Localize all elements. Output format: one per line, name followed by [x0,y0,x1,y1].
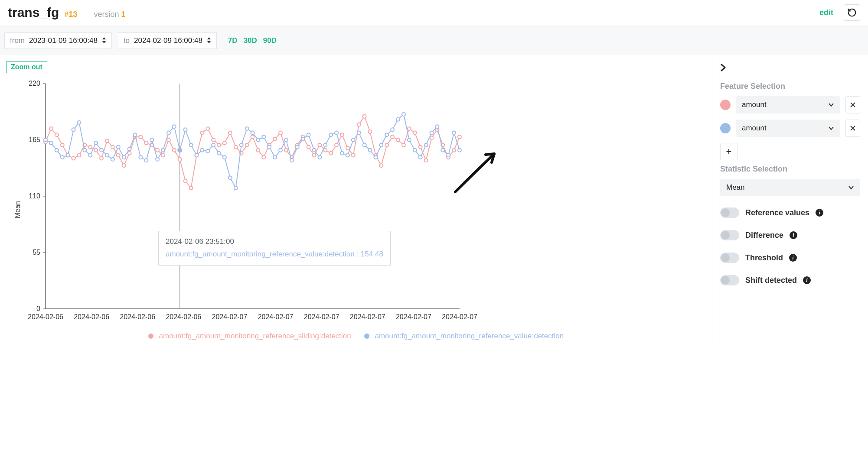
add-feature-button[interactable]: + [720,143,737,160]
svg-point-114 [133,133,137,136]
close-icon [850,102,856,108]
svg-point-84 [385,143,388,147]
svg-point-109 [105,153,109,157]
svg-point-81 [369,130,372,133]
svg-point-85 [391,135,394,139]
toggle-row: Shift detected i [720,275,860,285]
svg-point-88 [408,127,411,130]
from-label: from [10,36,25,45]
svg-text:165: 165 [29,136,40,143]
toggle-row: Threshold i [720,253,860,263]
svg-point-46 [173,149,176,152]
svg-point-32 [94,149,98,152]
remove-feature-button[interactable] [845,120,860,137]
svg-point-104 [77,121,81,124]
svg-text:220: 220 [29,80,40,87]
svg-point-79 [357,123,361,126]
svg-point-55 [223,141,226,145]
svg-point-160 [391,128,394,131]
svg-point-131 [228,176,232,179]
info-icon[interactable]: i [790,231,797,239]
edit-button[interactable]: edit [819,8,833,17]
svg-point-139 [273,155,277,159]
svg-point-141 [284,138,288,142]
feature-select[interactable]: amount [736,120,840,137]
svg-point-38 [128,152,131,155]
chart-panel: Zoom out Mean 0551101652202024-02-062024… [0,55,712,345]
legend-item[interactable]: amount:fg_amount_monitoring_reference_va… [364,331,564,340]
quick-range-30d[interactable]: 30D [244,36,257,45]
quick-range-90d[interactable]: 90D [263,36,277,45]
legend-item[interactable]: amount:fg_amount_monitoring_reference_sl… [148,331,351,340]
toggle-label: Reference values [745,208,809,217]
svg-point-112 [122,155,126,159]
toggle-threshold[interactable] [720,253,739,263]
svg-point-31 [88,146,92,149]
toggle-reference-values[interactable] [720,207,739,218]
quick-range: 7D 30D 90D [228,36,277,45]
svg-point-25 [55,133,59,136]
svg-point-60 [251,135,255,139]
remove-feature-button[interactable] [845,96,860,113]
svg-point-170 [447,153,450,157]
svg-text:2024-02-06: 2024-02-06 [120,313,155,321]
svg-point-99 [49,141,53,145]
feature-select-value: amount [742,124,767,133]
svg-point-61 [256,149,260,152]
legend-label: amount:fg_amount_monitoring_reference_va… [375,332,564,340]
info-icon[interactable]: i [803,276,811,284]
svg-point-76 [340,133,344,136]
svg-text:2024-02-06: 2024-02-06 [74,313,109,321]
svg-text:2024-02-07: 2024-02-07 [212,313,248,321]
body: Zoom out Mean 0551101652202024-02-062024… [0,55,868,345]
svg-point-118 [156,158,159,161]
svg-point-48 [184,179,187,183]
svg-point-33 [100,157,103,160]
toggle-label: Shift detected [745,276,797,285]
svg-point-106 [88,153,92,157]
feature-select[interactable]: amount [736,96,840,113]
svg-point-123 [184,128,187,131]
to-date-picker[interactable]: to 2024-02-09 16:00:48 [118,32,217,49]
svg-point-108 [100,149,103,152]
toggle-label: Difference [745,231,783,240]
svg-point-128 [212,143,215,147]
zoom-out-button[interactable]: Zoom out [6,61,47,73]
svg-point-125 [195,153,198,157]
svg-point-115 [139,155,142,159]
statistic-select[interactable]: Mean [720,179,860,196]
svg-point-147 [318,155,321,159]
svg-point-105 [83,149,86,152]
info-icon[interactable]: i [816,209,823,217]
svg-point-127 [206,149,209,153]
svg-point-172 [458,149,461,152]
feature-select-value: amount [742,100,767,109]
toggle-shift-detected[interactable] [720,275,739,285]
refresh-button[interactable] [844,4,860,21]
chart-area[interactable]: 0551101652202024-02-062024-02-062024-02-… [4,75,486,326]
svg-point-124 [189,143,193,147]
svg-point-75 [335,143,338,147]
toggle-difference[interactable] [720,230,739,240]
collapse-panel-button[interactable] [720,63,726,74]
svg-point-53 [212,138,215,142]
svg-point-49 [189,186,193,190]
svg-point-169 [441,149,444,152]
svg-point-148 [323,143,327,147]
info-icon[interactable]: i [789,254,797,262]
svg-point-66 [284,149,288,152]
toggle-label: Threshold [745,253,783,262]
svg-point-34 [105,139,109,143]
y-axis-title: Mean [14,201,22,218]
svg-text:2024-02-07: 2024-02-07 [350,313,385,321]
svg-point-138 [268,146,271,149]
quick-range-7d[interactable]: 7D [228,36,238,45]
svg-point-91 [424,159,428,162]
feature-section-title: Feature Selection [720,82,860,91]
svg-point-101 [61,155,64,159]
svg-point-168 [435,125,439,128]
svg-point-107 [94,141,98,145]
svg-text:2024-02-07: 2024-02-07 [304,313,339,321]
from-date-picker[interactable]: from 2023-01-09 16:00:48 [4,32,112,49]
svg-point-78 [352,153,355,157]
